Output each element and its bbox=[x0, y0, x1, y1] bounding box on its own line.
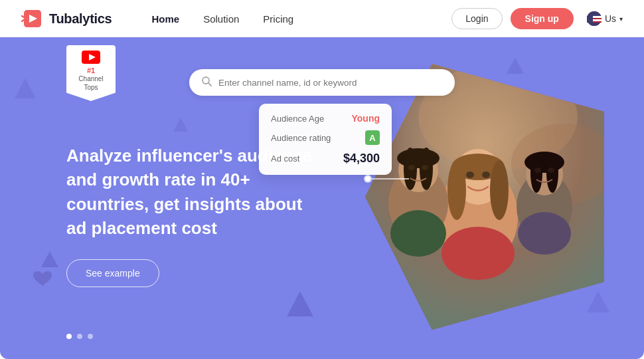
logo-text: Tubalytics bbox=[49, 11, 112, 27]
youtube-icon bbox=[70, 51, 112, 64]
connector-line bbox=[369, 178, 409, 180]
deco-heart-1 bbox=[32, 270, 53, 291]
audience-rating-row: Audience rating A bbox=[271, 130, 380, 145]
nav-actions: Login Sign up Us ▾ bbox=[451, 8, 623, 29]
svg-marker-7 bbox=[15, 78, 36, 98]
svg-point-24 bbox=[447, 160, 466, 220]
hero-section: #1 Channel Tops Analyze influencer's aud… bbox=[0, 37, 644, 359]
deco-tri-1 bbox=[13, 77, 37, 104]
audience-age-row: Audience Age Young bbox=[271, 113, 380, 124]
navbar: Tubalytics Home Solution Pricing Login S… bbox=[0, 0, 644, 37]
svg-marker-12 bbox=[173, 118, 188, 132]
hero-image-area bbox=[352, 64, 604, 330]
svg-point-35 bbox=[422, 165, 428, 170]
svg-rect-5 bbox=[587, 16, 593, 23]
lang-chevron-icon: ▾ bbox=[619, 15, 623, 23]
ad-cost-label: Ad cost bbox=[271, 154, 299, 164]
signup-button[interactable]: Sign up bbox=[511, 8, 574, 29]
badge-number: #1 bbox=[70, 66, 112, 74]
ad-cost-value: $4,300 bbox=[343, 152, 380, 166]
search-icon bbox=[201, 76, 212, 89]
deco-tri-2 bbox=[40, 250, 60, 273]
svg-marker-8 bbox=[41, 251, 58, 267]
svg-point-44 bbox=[518, 212, 571, 255]
svg-point-36 bbox=[390, 210, 446, 257]
nav-link-solution[interactable]: Solution bbox=[203, 13, 239, 25]
hero-photo bbox=[365, 64, 604, 330]
audience-age-value: Young bbox=[351, 113, 380, 124]
channel-tops-badge: #1 Channel Tops bbox=[66, 45, 116, 101]
audience-age-label: Audience Age bbox=[271, 114, 324, 124]
lang-selector[interactable]: Us ▾ bbox=[587, 11, 623, 26]
audience-rating-label: Audience rating bbox=[271, 133, 331, 143]
info-card: Audience Age Young Audience rating A Ad … bbox=[259, 104, 392, 175]
svg-point-27 bbox=[482, 172, 490, 178]
dot-3[interactable] bbox=[88, 334, 93, 339]
photo-content bbox=[365, 64, 604, 330]
login-button[interactable]: Login bbox=[451, 8, 502, 29]
svg-point-42 bbox=[534, 168, 541, 173]
search-input[interactable] bbox=[218, 78, 443, 88]
svg-point-31 bbox=[397, 148, 440, 168]
dot-1[interactable] bbox=[66, 334, 72, 339]
svg-point-25 bbox=[490, 160, 509, 220]
logo[interactable]: Tubalytics bbox=[21, 9, 112, 28]
svg-point-34 bbox=[408, 165, 415, 170]
badge-line1: Channel bbox=[70, 74, 112, 83]
see-example-button[interactable]: See example bbox=[66, 259, 159, 287]
svg-marker-9 bbox=[287, 291, 313, 316]
ad-cost-row: Ad cost $4,300 bbox=[271, 152, 380, 166]
deco-tri-6 bbox=[173, 117, 189, 136]
nav-links: Home Solution Pricing bbox=[151, 13, 293, 25]
svg-point-41 bbox=[546, 153, 558, 193]
svg-point-28 bbox=[442, 227, 515, 280]
deco-tri-3 bbox=[285, 290, 315, 322]
nav-link-pricing[interactable]: Pricing bbox=[263, 13, 293, 25]
hero-pagination-dots bbox=[66, 334, 93, 339]
logo-icon bbox=[21, 9, 44, 28]
svg-point-26 bbox=[466, 172, 474, 178]
flag-icon bbox=[587, 11, 602, 26]
connector-dot bbox=[364, 175, 372, 183]
lang-label: Us bbox=[605, 13, 616, 24]
nav-link-home[interactable]: Home bbox=[151, 13, 179, 25]
audience-rating-badge: A bbox=[365, 130, 380, 145]
badge-line2: Tops bbox=[70, 83, 112, 92]
svg-point-43 bbox=[548, 168, 554, 173]
search-bar bbox=[189, 69, 455, 96]
dot-2[interactable] bbox=[77, 334, 82, 339]
svg-point-39 bbox=[524, 152, 564, 173]
svg-line-17 bbox=[208, 83, 211, 86]
svg-point-40 bbox=[530, 153, 542, 193]
